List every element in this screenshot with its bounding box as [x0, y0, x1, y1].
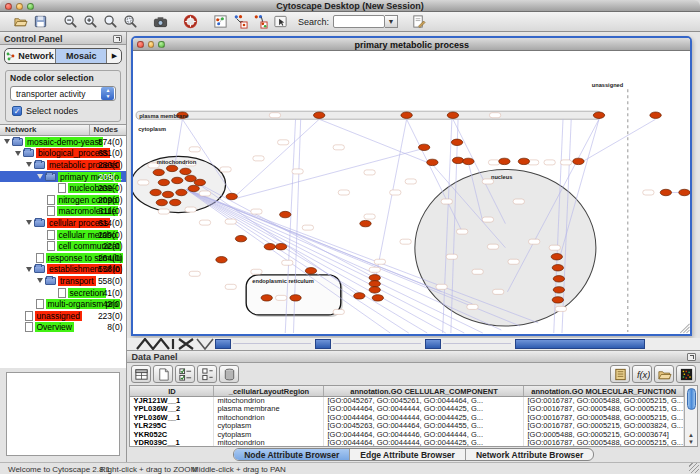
network-tree-row[interactable]: Overview8(0) — [0, 322, 126, 334]
search-input[interactable] — [333, 15, 385, 28]
snapshot-icon[interactable] — [151, 13, 169, 30]
open-session-icon[interactable] — [11, 13, 29, 30]
tab-network[interactable]: Network — [5, 49, 56, 63]
zoom-selected-icon[interactable] — [121, 13, 139, 30]
network-node[interactable] — [554, 276, 565, 282]
network-tree-row[interactable]: unassigned223(0) — [0, 310, 126, 322]
network-tree-row[interactable]: cell communicat22(0) — [0, 240, 126, 252]
network-node[interactable] — [154, 169, 165, 175]
help-icon[interactable] — [181, 13, 199, 30]
network-node[interactable] — [370, 281, 381, 287]
zoom-in-icon[interactable] — [81, 13, 99, 30]
attribute-matrix-icon[interactable] — [676, 365, 696, 383]
background-window-edge[interactable] — [515, 339, 645, 349]
network-node[interactable] — [180, 168, 191, 174]
column-header-nodes[interactable]: Nodes — [90, 125, 126, 135]
float-data-panel-icon[interactable] — [687, 353, 696, 361]
function-builder-icon[interactable]: f(x) — [632, 365, 652, 383]
network-tree-row[interactable]: mosaic-demo-yeast874(0) — [0, 136, 126, 148]
table-row[interactable]: YPL036W__1mitochondrion[GO:0044464, GO:0… — [130, 414, 684, 423]
tab-node-attribute-browser[interactable]: Node Attribute Browser — [234, 449, 350, 460]
network-node[interactable] — [401, 112, 412, 118]
network-node[interactable] — [519, 158, 530, 164]
tab-network-attribute-browser[interactable]: Network Attribute Browser — [466, 449, 593, 460]
network-tree-row[interactable]: secretion41(0) — [0, 287, 126, 299]
select-attributes-icon[interactable] — [175, 365, 195, 383]
network-node[interactable] — [170, 199, 181, 205]
table-row[interactable]: YPL036W__2plasma membrane[GO:0044464, GO… — [130, 405, 684, 414]
background-window-edge[interactable] — [215, 339, 231, 349]
network-node[interactable] — [552, 254, 563, 260]
network-node[interactable] — [354, 293, 365, 299]
new-attribute-icon[interactable] — [153, 365, 173, 383]
select-nodes-checkbox[interactable]: ✓ — [12, 106, 22, 116]
network-node[interactable] — [185, 175, 196, 181]
network-node[interactable] — [448, 112, 459, 118]
background-window-edge[interactable] — [425, 339, 441, 349]
expand-triangle-icon[interactable] — [15, 151, 21, 156]
tab-mosaic[interactable]: Mosaic — [56, 49, 107, 63]
network-node[interactable] — [553, 297, 564, 303]
unselect-attributes-icon[interactable] — [197, 365, 217, 383]
network-tree-row[interactable]: establishment of lo558(0) — [0, 264, 126, 276]
import-attributes-icon[interactable] — [654, 365, 674, 383]
zoom-out-icon[interactable] — [61, 13, 79, 30]
network-node[interactable] — [650, 112, 661, 118]
network-node[interactable] — [554, 287, 565, 293]
table-row[interactable]: YJR121W__1mitochondrion[GO:0045267, GO:0… — [130, 397, 684, 406]
network-node[interactable] — [373, 295, 384, 301]
tabs-overflow-arrow-icon[interactable]: ▶ — [107, 49, 121, 63]
network-node[interactable] — [573, 158, 584, 164]
network-node[interactable] — [172, 177, 183, 183]
network-node[interactable] — [419, 144, 430, 150]
table-scrollbar[interactable]: ▲▼ — [684, 386, 697, 446]
network-node[interactable] — [360, 220, 371, 226]
network-tree-row[interactable]: metabolic process280(0) — [0, 159, 126, 171]
network-edge[interactable] — [320, 119, 433, 164]
network-node[interactable] — [167, 165, 178, 171]
network-node[interactable] — [280, 211, 291, 217]
expand-triangle-icon[interactable] — [26, 162, 32, 167]
column-header[interactable]: _cellularLayoutRegion — [214, 386, 324, 396]
network-node[interactable] — [276, 243, 287, 249]
expand-triangle-icon[interactable] — [37, 278, 43, 283]
network-node[interactable] — [427, 159, 438, 165]
attribute-batch-icon[interactable] — [610, 365, 630, 383]
float-panel-icon[interactable] — [113, 35, 122, 43]
background-window-edge[interactable] — [315, 339, 331, 349]
delete-attribute-icon[interactable] — [219, 365, 239, 383]
network-node[interactable] — [661, 189, 672, 195]
network-node[interactable] — [195, 179, 206, 185]
attribute-table-icon[interactable] — [131, 365, 151, 383]
network-node[interactable] — [157, 199, 168, 205]
network-node[interactable] — [553, 265, 564, 271]
scrollbar-thumb[interactable] — [687, 388, 696, 410]
network-node[interactable] — [452, 139, 463, 145]
birds-eye-view[interactable] — [6, 372, 120, 456]
expand-triangle-icon[interactable] — [37, 174, 43, 179]
network-node[interactable] — [236, 235, 247, 241]
network-node[interactable] — [227, 193, 238, 199]
network-node[interactable] — [163, 191, 174, 197]
network-node[interactable] — [370, 287, 381, 293]
app-resize-grip[interactable] — [689, 463, 699, 473]
network-view-icon[interactable] — [211, 13, 229, 30]
node-color-dropdown[interactable]: transporter activity ▲▼ — [10, 86, 116, 101]
table-row[interactable]: YKR052Ccytoplasm[GO:0044464, GO:0044446,… — [130, 431, 684, 440]
network-tree-row[interactable]: nitrogen compo209(0) — [0, 194, 126, 206]
network-node[interactable] — [176, 189, 187, 195]
network-node[interactable] — [159, 179, 170, 185]
network-tree-row[interactable]: primary metabo209(... — [0, 171, 126, 183]
network-tree-row[interactable]: nucleobase-209(0) — [0, 182, 126, 194]
network-node[interactable] — [463, 158, 474, 164]
network-tree-row[interactable]: macromolecule311(0) — [0, 206, 126, 218]
network-node[interactable] — [306, 268, 317, 274]
configure-search-icon[interactable] — [409, 13, 427, 30]
network-node[interactable] — [216, 257, 227, 263]
network-node[interactable] — [499, 158, 510, 164]
network-node[interactable] — [265, 243, 276, 249]
search-dropdown-icon[interactable]: ▼ — [385, 15, 398, 28]
network-edge[interactable] — [376, 119, 407, 278]
network-node[interactable] — [150, 189, 161, 195]
tab-edge-attribute-browser[interactable]: Edge Attribute Browser — [350, 449, 466, 460]
